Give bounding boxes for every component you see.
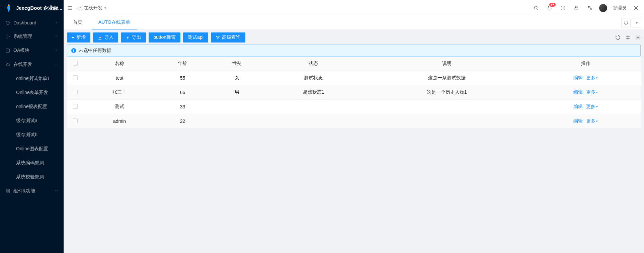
edit-link[interactable]: 编辑 (573, 75, 583, 81)
row-checkbox[interactable] (73, 118, 78, 123)
svg-rect-5 (8, 189, 9, 191)
sidebar-subitem-3-7[interactable]: 系统校验规则 (0, 170, 64, 184)
tab-0[interactable]: 首页 (66, 16, 89, 29)
settings-icon[interactable] (632, 4, 640, 12)
cell-gender: 女 (210, 71, 264, 85)
edit-link[interactable]: 编辑 (573, 89, 583, 95)
selection-alert: i 未选中任何数据 (67, 45, 641, 57)
sidebar-item-label: OA模块 (13, 48, 29, 54)
bell-icon[interactable]: 9+ (546, 4, 554, 12)
appstore-icon (5, 189, 10, 193)
more-link[interactable]: 更多 ▾ (586, 89, 598, 95)
chevron-down-icon: ▾ (596, 76, 598, 80)
row-checkbox[interactable] (73, 75, 78, 80)
menu-fold-icon[interactable] (68, 5, 73, 11)
tab-1[interactable]: AUTO在线表单 (92, 16, 137, 29)
more-link[interactable]: 更多 ▾ (586, 104, 598, 110)
lock-icon[interactable] (572, 4, 580, 12)
sidebar-item-label: 系统管理 (13, 33, 32, 39)
cell-status: 测试状态 (264, 71, 363, 85)
column-header-5: 操作 (531, 57, 641, 71)
username[interactable]: 管理员 (613, 5, 627, 11)
setting-icon (5, 34, 10, 39)
tabs-more-icon[interactable]: ▾ (632, 18, 641, 27)
sidebar-subitem-3-3[interactable]: 缓存测试a (0, 114, 64, 128)
edit-link[interactable]: 编辑 (573, 118, 583, 124)
test-api-button[interactable]: 测试api (183, 32, 208, 43)
cell-age: 22 (155, 114, 210, 129)
chevron-down-icon: ▾ (596, 91, 598, 94)
select-all-checkbox[interactable] (73, 61, 78, 66)
refresh-icon[interactable] (615, 35, 621, 40)
sidebar-subitem-3-2[interactable]: online报表配置 (0, 100, 64, 114)
header: 在线开发 ▾ 9+ (64, 0, 644, 16)
cell-gender: 男 (210, 85, 264, 100)
svg-point-10 (635, 7, 637, 9)
chevron-down-icon: ▾ (104, 6, 106, 10)
chevron-down-icon: ▾ (596, 119, 598, 123)
sidebar-subitem-3-4[interactable]: 缓存测试b (0, 128, 64, 142)
plus-icon: + (72, 35, 74, 40)
svg-rect-3 (6, 49, 10, 53)
column-header-0: 名称 (84, 57, 155, 71)
sidebar-subitem-3-1[interactable]: Online表单开发 (0, 86, 64, 100)
more-link[interactable]: 更多 ▾ (586, 118, 598, 124)
table-row: 张三丰66男超然状态1这是一个历史人物1编辑更多 ▾ (67, 85, 641, 100)
density-icon[interactable] (625, 35, 631, 40)
cell-status (264, 114, 363, 129)
notification-badge: 9+ (549, 3, 556, 7)
cell-desc (363, 114, 531, 129)
row-checkbox[interactable] (73, 104, 78, 109)
sidebar-item-0[interactable]: Dashboard﹀ (0, 16, 64, 29)
cell-name: admin (84, 114, 155, 129)
button-popup-button[interactable]: button弹窗 (149, 32, 180, 43)
svg-rect-6 (6, 191, 7, 193)
cell-desc: 这是一条测试数据 (363, 71, 531, 85)
cell-name: 测试 (84, 100, 155, 114)
chevron-up-icon: ︿ (55, 62, 58, 67)
sidebar: JeecgBoot 企业级... Dashboard﹀系统管理﹀OA模块﹀在线开… (0, 0, 64, 253)
table-row: admin22编辑更多 ▾ (67, 114, 641, 129)
column-settings-icon[interactable] (635, 35, 641, 40)
svg-rect-7 (8, 191, 9, 193)
row-checkbox[interactable] (73, 90, 78, 94)
sidebar-item-4[interactable]: 组件&功能﹀ (0, 184, 64, 198)
logo-icon (4, 3, 13, 13)
cell-gender (210, 114, 264, 129)
sidebar-item-2[interactable]: OA模块﹀ (0, 44, 64, 58)
svg-rect-4 (6, 189, 7, 191)
sidebar-subitem-3-0[interactable]: online测试菜单1 (0, 72, 64, 86)
export-button[interactable]: 导出 (121, 32, 146, 43)
sidebar-item-label: Dashboard (13, 20, 36, 25)
sidebar-item-3[interactable]: 在线开发︿ (0, 58, 64, 72)
tabs-reload-icon[interactable] (621, 18, 631, 27)
import-button[interactable]: 导入 (93, 32, 118, 43)
search-icon[interactable] (532, 4, 540, 12)
data-table: 名称年龄性别状态说明操作 test55女测试状态这是一条测试数据编辑更多 ▾张三… (67, 57, 641, 129)
svg-point-2 (7, 36, 8, 37)
edit-link[interactable]: 编辑 (573, 104, 583, 110)
more-link[interactable]: 更多 ▾ (586, 75, 598, 81)
sidebar-item-1[interactable]: 系统管理﹀ (0, 29, 64, 44)
chevron-down-icon: ﹀ (55, 48, 58, 53)
avatar[interactable] (599, 4, 607, 12)
sidebar-subitem-3-6[interactable]: 系统编码规则 (0, 156, 64, 170)
advanced-query-button[interactable]: 高级查询 (211, 32, 245, 43)
add-button[interactable]: +新增 (67, 32, 90, 43)
breadcrumb-text: 在线开发 (84, 5, 102, 11)
svg-point-0 (8, 5, 9, 6)
cloud-icon (77, 6, 82, 10)
cell-desc (363, 100, 531, 114)
cell-age: 66 (155, 85, 210, 100)
app-logo[interactable]: JeecgBoot 企业级... (0, 0, 64, 16)
sidebar-item-label: 组件&功能 (13, 188, 35, 194)
sidebar-subitem-3-5[interactable]: Online图表配置 (0, 142, 64, 156)
cell-desc: 这是一个历史人物1 (363, 85, 531, 100)
table-row: test55女测试状态这是一条测试数据编辑更多 ▾ (67, 71, 641, 85)
breadcrumb[interactable]: 在线开发 ▾ (77, 5, 106, 11)
import-icon (98, 35, 102, 40)
column-header-1: 年龄 (155, 57, 210, 71)
translate-icon[interactable] (586, 4, 594, 12)
fullscreen-icon[interactable] (559, 4, 567, 12)
alert-text: 未选中任何数据 (79, 48, 111, 54)
